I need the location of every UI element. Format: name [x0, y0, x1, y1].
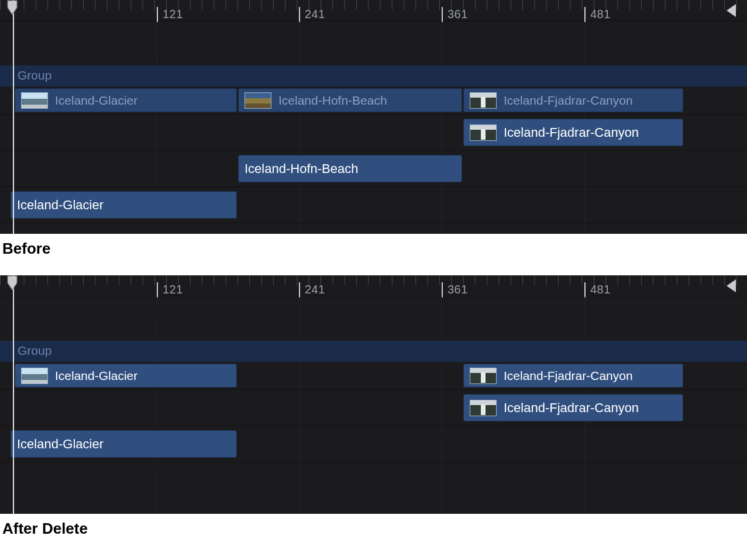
clip-label: Iceland-Hofn-Beach	[245, 161, 358, 177]
track-row-3[interactable]: Iceland-Glacier	[0, 426, 747, 462]
track-row-empty[interactable]	[0, 462, 747, 514]
track-row-3[interactable]: Iceland-Hofn-Beach	[0, 151, 747, 187]
caption-before: Before	[0, 234, 747, 275]
clip-label: Iceland-Hofn-Beach	[278, 94, 387, 108]
clip-label: Iceland-Fjadrar-Canyon	[504, 125, 639, 140]
clip[interactable]: Iceland-Fjadrar-Canyon	[463, 119, 683, 146]
clip-label: Iceland-Fjadrar-Canyon	[504, 94, 633, 108]
ruler-label: 481	[584, 7, 611, 22]
clip-label: Iceland-Glacier	[55, 94, 137, 108]
clip-thumbnail	[245, 92, 271, 109]
clip-thumbnail	[470, 368, 497, 384]
playhead-line[interactable]	[13, 275, 14, 514]
group-track-row[interactable]: Iceland-GlacierIceland-Fjadrar-Canyon	[0, 362, 747, 390]
time-ruler[interactable]: 121241361481	[0, 275, 747, 296]
timeline-after: 121241361481 Group Iceland-GlacierIcelan…	[0, 275, 747, 514]
clip[interactable]: Iceland-Fjadrar-Canyon	[463, 88, 683, 112]
track-row-2[interactable]: Iceland-Fjadrar-Canyon	[0, 390, 747, 426]
clip[interactable]: Iceland-Glacier	[11, 191, 237, 219]
ruler-label: 481	[584, 282, 611, 298]
playhead-line[interactable]	[13, 0, 14, 234]
timeline-before: 121241361481 Group Iceland-GlacierIcelan…	[0, 0, 747, 234]
ruler-ticks	[0, 275, 747, 296]
ruler-label: 361	[442, 7, 468, 22]
clip[interactable]: Iceland-Fjadrar-Canyon	[463, 394, 683, 421]
ruler-label: 241	[299, 282, 325, 298]
ruler-ticks	[0, 0, 747, 20]
tracks-area: Group Iceland-GlacierIceland-Hofn-BeachI…	[0, 21, 747, 223]
clip[interactable]: Iceland-Glacier	[11, 430, 237, 458]
tracks-area: Group Iceland-GlacierIceland-Fjadrar-Can…	[0, 296, 747, 514]
ruler-label: 121	[157, 282, 183, 298]
clip-thumbnail	[470, 125, 497, 141]
clip[interactable]: Iceland-Hofn-Beach	[238, 88, 462, 112]
clip-thumbnail	[21, 92, 48, 109]
clip[interactable]: Iceland-Fjadrar-Canyon	[463, 364, 683, 388]
group-header-row[interactable]: Group	[0, 341, 747, 362]
clip-thumbnail	[470, 92, 497, 109]
clip-label: Iceland-Glacier	[17, 437, 104, 452]
playhead-end-icon[interactable]	[725, 279, 736, 295]
clip[interactable]: Iceland-Glacier	[15, 364, 237, 388]
ruler-label: 361	[442, 282, 468, 298]
clip-label: Iceland-Glacier	[17, 198, 104, 213]
track-row-4[interactable]: Iceland-Glacier	[0, 187, 747, 223]
ruler-label: 121	[157, 7, 183, 22]
clip-thumbnail	[21, 368, 48, 384]
group-header-row[interactable]: Group	[0, 65, 747, 87]
clip[interactable]: Iceland-Glacier	[15, 88, 237, 112]
clip-label: Iceland-Fjadrar-Canyon	[504, 369, 633, 383]
group-track-row[interactable]: Iceland-GlacierIceland-Hofn-BeachIceland…	[0, 87, 747, 115]
ruler-label: 241	[299, 7, 325, 22]
playhead-start-icon[interactable]	[7, 0, 20, 15]
clip-label: Iceland-Glacier	[55, 369, 137, 383]
caption-after: After Delete	[0, 514, 747, 549]
playhead-start-icon[interactable]	[7, 275, 20, 291]
playhead-end-icon[interactable]	[725, 4, 736, 20]
track-row-2[interactable]: Iceland-Fjadrar-Canyon	[0, 115, 747, 151]
group-label: Group	[0, 65, 747, 82]
clip-thumbnail	[470, 400, 497, 416]
clip-label: Iceland-Fjadrar-Canyon	[504, 400, 639, 416]
group-label: Group	[0, 341, 747, 358]
clip[interactable]: Iceland-Hofn-Beach	[238, 155, 462, 182]
time-ruler[interactable]: 121241361481	[0, 0, 747, 21]
